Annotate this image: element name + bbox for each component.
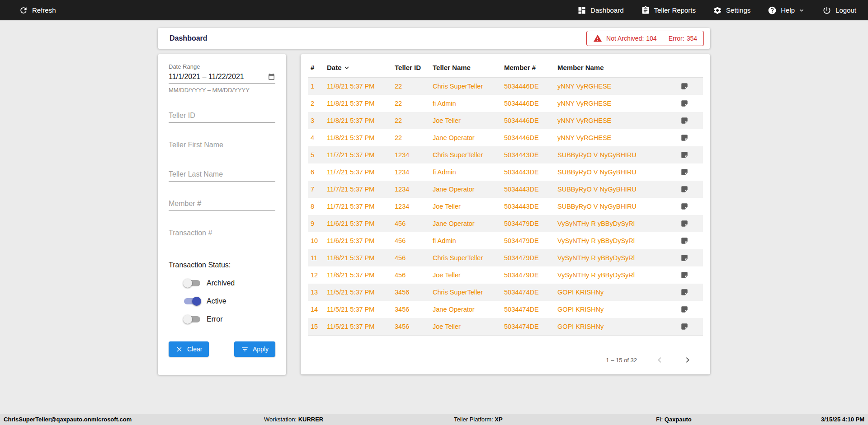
row-number: 4: [308, 134, 324, 141]
row-number: 11: [308, 254, 324, 262]
previous-page-button[interactable]: [654, 355, 665, 365]
table-row[interactable]: 14 11/5/21 5:37 PM 3456 Jane Operator 50…: [308, 301, 703, 318]
date-range-label: Date Range: [169, 63, 275, 70]
note-icon[interactable]: [680, 185, 689, 193]
date-range-input[interactable]: [169, 73, 255, 81]
col-header-date[interactable]: Date: [324, 64, 392, 72]
row-number: 6: [308, 168, 324, 176]
table-row[interactable]: 4 11/8/21 5:37 PM 22 Jane Operator 50344…: [308, 129, 703, 146]
note-icon[interactable]: [680, 117, 689, 125]
row-teller-id: 3456: [392, 323, 430, 330]
pagination-range: 1 – 15 of 32: [606, 357, 637, 364]
note-icon[interactable]: [680, 305, 689, 313]
status-bar: ChrisSuperTeller@qaxpauto.onmicrosoft.co…: [0, 414, 868, 425]
table-row[interactable]: 5 11/7/21 5:37 PM 1234 Chris SuperTeller…: [308, 146, 703, 163]
active-switch[interactable]: [184, 298, 200, 304]
col-header-member-number[interactable]: Member #: [501, 64, 555, 71]
toggle-archived[interactable]: Archived: [184, 279, 275, 287]
toggle-error[interactable]: Error: [184, 315, 275, 323]
row-member-number: 5034479DE: [501, 220, 555, 227]
warning-icon: [593, 34, 602, 43]
table-row[interactable]: 12 11/6/21 5:37 PM 456 Joe Teller 503447…: [308, 266, 703, 284]
alert-not-archived-label: Not Archived:: [606, 35, 644, 42]
col-header-teller-name[interactable]: Teller Name: [430, 64, 501, 71]
row-teller-id: 456: [392, 254, 430, 262]
row-teller-id: 3456: [392, 289, 430, 296]
note-icon[interactable]: [680, 168, 689, 176]
note-icon[interactable]: [680, 99, 689, 107]
table-row[interactable]: 3 11/8/21 5:37 PM 22 Joe Teller 5034446D…: [308, 112, 703, 129]
note-icon[interactable]: [680, 237, 689, 245]
table-row[interactable]: 2 11/8/21 5:37 PM 22 fi Admin 5034446DE …: [308, 95, 703, 112]
row-member-name: yNNY VyRGHESE: [555, 117, 678, 124]
note-icon[interactable]: [680, 82, 689, 90]
note-icon[interactable]: [680, 220, 689, 228]
statusbar-user: ChrisSuperTeller@qaxpauto.onmicrosoft.co…: [4, 414, 132, 425]
row-note-cell: [678, 288, 703, 296]
row-note-cell: [678, 305, 703, 313]
note-icon[interactable]: [680, 288, 689, 296]
row-member-name: yNNY VyRGHESE: [555, 100, 678, 107]
row-teller-name: Joe Teller: [430, 271, 501, 279]
error-switch[interactable]: [184, 316, 200, 322]
nav-teller-reports[interactable]: Teller Reports: [641, 6, 696, 15]
clear-button-label: Clear: [187, 346, 202, 353]
sort-desc-icon[interactable]: [343, 64, 351, 72]
note-icon[interactable]: [680, 271, 689, 279]
row-teller-name: Chris SuperTeller: [430, 254, 501, 262]
table-row[interactable]: 7 11/7/21 5:37 PM 1234 Jane Operator 503…: [308, 181, 703, 198]
row-number: 9: [308, 220, 324, 227]
transaction-number-input[interactable]: [169, 229, 275, 237]
note-icon[interactable]: [680, 202, 689, 210]
row-date: 11/7/21 5:37 PM: [324, 168, 392, 176]
archived-switch[interactable]: [184, 280, 200, 286]
row-number: 1: [308, 83, 324, 90]
table-row[interactable]: 15 11/5/21 5:37 PM 3456 Joe Teller 50344…: [308, 318, 703, 335]
date-range-field: [169, 73, 275, 84]
apply-button[interactable]: Apply: [234, 341, 275, 357]
next-page-button[interactable]: [682, 355, 693, 365]
nav-dashboard[interactable]: Dashboard: [577, 6, 623, 15]
row-number: 13: [308, 289, 324, 296]
platform-label: Teller Platform:: [454, 416, 493, 423]
nav-settings[interactable]: Settings: [713, 6, 750, 15]
top-navbar: Refresh Dashboard Teller Reports Setting…: [0, 0, 868, 20]
row-member-number: 5034443DE: [501, 186, 555, 193]
nav-help[interactable]: Help: [768, 6, 805, 15]
member-number-input[interactable]: [169, 200, 275, 208]
col-header-member-name[interactable]: Member Name: [555, 64, 678, 71]
row-member-name: GOPI KRISHNy: [555, 289, 678, 296]
note-icon[interactable]: [680, 151, 689, 159]
row-teller-id: 1234: [392, 168, 430, 176]
clear-button[interactable]: Clear: [169, 341, 209, 357]
refresh-button[interactable]: Refresh: [19, 6, 56, 15]
table-row[interactable]: 1 11/8/21 5:37 PM 22 Chris SuperTeller 5…: [308, 78, 703, 95]
nav-logout[interactable]: Logout: [822, 6, 856, 15]
toggle-active[interactable]: Active: [184, 297, 275, 305]
row-number: 7: [308, 186, 324, 193]
teller-id-input[interactable]: [169, 112, 275, 120]
teller-id-field: [169, 112, 275, 123]
note-icon[interactable]: [680, 254, 689, 262]
table-row[interactable]: 6 11/7/21 5:37 PM 1234 fi Admin 5034443D…: [308, 163, 703, 181]
table-row[interactable]: 11 11/6/21 5:37 PM 456 Chris SuperTeller…: [308, 249, 703, 266]
table-row[interactable]: 9 11/6/21 5:37 PM 456 Jane Operator 5034…: [308, 215, 703, 232]
dashboard-icon: [577, 6, 586, 15]
row-date: 11/7/21 5:37 PM: [324, 203, 392, 210]
close-icon: [175, 346, 183, 353]
page-header: Dashboard Not Archived: 104 Error: 354: [158, 28, 710, 49]
filter-icon: [241, 346, 249, 353]
table-row[interactable]: 8 11/7/21 5:37 PM 1234 Joe Teller 503444…: [308, 198, 703, 215]
row-member-number: 5034474DE: [501, 289, 555, 296]
note-icon[interactable]: [680, 134, 689, 142]
table-row[interactable]: 10 11/6/21 5:37 PM 456 fi Admin 5034479D…: [308, 232, 703, 249]
teller-last-name-input[interactable]: [169, 170, 275, 178]
statusbar-fi: FI: Qaxpauto: [656, 414, 692, 425]
table-row[interactable]: 13 11/5/21 5:37 PM 3456 Chris SuperTelle…: [308, 284, 703, 301]
nav-logout-label: Logout: [835, 6, 856, 14]
calendar-button[interactable]: [268, 73, 275, 81]
col-header-teller-id[interactable]: Teller ID: [392, 64, 430, 71]
teller-first-name-input[interactable]: [169, 141, 275, 149]
note-icon[interactable]: [680, 322, 689, 331]
row-member-name: VySyNTHy R yBByDySyRl: [555, 254, 678, 262]
